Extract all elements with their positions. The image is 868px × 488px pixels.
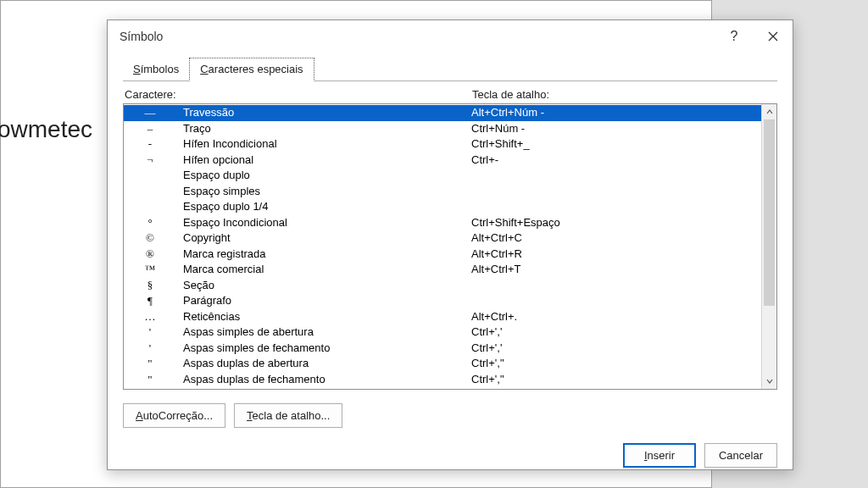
insert-button[interactable]: Inserir xyxy=(623,443,696,468)
char-shortcut: Ctrl+Shift+Espaço xyxy=(471,215,761,231)
char-shortcut: Alt+Ctrl+C xyxy=(471,230,761,247)
char-name: Hífen Incondicional xyxy=(183,136,471,152)
char-name: Marca registrada xyxy=(183,247,471,263)
list-item[interactable]: Espaço duplo xyxy=(124,168,761,184)
char-symbol: ' xyxy=(124,324,183,341)
char-symbol: ™ xyxy=(124,262,183,278)
list-item[interactable]: °Espaço IncondicionalCtrl+Shift+Espaço xyxy=(124,215,761,231)
char-shortcut: Ctrl+Núm - xyxy=(471,121,761,137)
char-symbol: ® xyxy=(124,247,183,263)
list-item[interactable]: —TravessãoAlt+Ctrl+Núm - xyxy=(124,105,761,121)
list-item[interactable]: Espaço duplo 1/4 xyxy=(124,199,761,215)
shortcut-key-button[interactable]: Tecla de atalho... xyxy=(234,403,342,428)
char-symbol: " xyxy=(124,372,183,388)
tabs: SímbolosCaracteres especiais xyxy=(123,58,777,81)
char-name: Aspas duplas de abertura xyxy=(183,356,471,372)
char-name: Espaço Incondicional xyxy=(183,215,471,231)
char-name: Reticências xyxy=(183,309,471,325)
scrollbar[interactable] xyxy=(761,104,776,389)
scroll-track[interactable] xyxy=(762,119,776,374)
char-shortcut: Ctrl+- xyxy=(471,152,761,169)
char-name: Copyright xyxy=(183,230,471,247)
list-item[interactable]: ™Marca comercialAlt+Ctrl+T xyxy=(124,262,761,278)
char-shortcut: Alt+Ctrl+T xyxy=(471,262,761,278)
scroll-down-button[interactable] xyxy=(762,374,776,389)
char-symbol: – xyxy=(124,121,183,137)
char-symbol: ' xyxy=(124,341,183,357)
list-item[interactable]: ©CopyrightAlt+Ctrl+C xyxy=(124,230,761,247)
list-item[interactable]: –TraçoCtrl+Núm - xyxy=(124,121,761,137)
scroll-thumb[interactable] xyxy=(764,119,775,306)
char-shortcut: Ctrl+'," xyxy=(471,372,761,388)
header-caractere: Caractere: xyxy=(125,88,472,101)
list-item[interactable]: 'Aspas simples de fechamentoCtrl+',' xyxy=(124,341,761,357)
list-item[interactable]: …ReticênciasAlt+Ctrl+. xyxy=(124,309,761,325)
char-name: Espaço duplo 1/4 xyxy=(183,199,471,215)
list-item[interactable]: §Seção xyxy=(124,278,761,294)
header-atalho: Tecla de atalho: xyxy=(472,88,777,101)
cancel-button[interactable]: Cancelar xyxy=(704,443,777,468)
char-shortcut: Ctrl+'," xyxy=(471,356,761,372)
char-shortcut: Alt+Ctrl+R xyxy=(471,247,761,263)
char-shortcut: Ctrl+',' xyxy=(471,324,761,341)
dialog-title: Símbolo xyxy=(120,30,163,43)
column-headers: Caractere: Tecla de atalho: xyxy=(123,88,777,101)
help-icon: ? xyxy=(731,29,738,44)
char-symbol: … xyxy=(124,309,183,325)
char-name: Aspas simples de abertura xyxy=(183,324,471,341)
char-name: Espaço duplo xyxy=(183,168,471,184)
list-item[interactable]: "Aspas duplas de fechamentoCtrl+'," xyxy=(124,372,761,388)
tab-caracteres-especiais[interactable]: Caracteres especiais xyxy=(189,58,314,81)
char-name: Seção xyxy=(183,278,471,294)
char-name: Marca comercial xyxy=(183,262,471,278)
char-name: Hífen opcional xyxy=(183,152,471,169)
char-shortcut: Ctrl+',' xyxy=(471,341,761,357)
close-icon xyxy=(768,31,778,42)
char-symbol: ¬ xyxy=(124,152,183,169)
titlebar: Símbolo ? xyxy=(108,20,793,53)
help-button[interactable]: ? xyxy=(715,20,754,53)
list-item[interactable]: ¶Parágrafo xyxy=(124,293,761,309)
char-name: Traço xyxy=(183,121,471,137)
list-item[interactable]: -Hífen IncondicionalCtrl+Shift+_ xyxy=(124,136,761,152)
char-symbol: ° xyxy=(124,215,183,231)
chevron-up-icon xyxy=(766,108,773,115)
close-button[interactable] xyxy=(754,20,793,53)
char-name: Espaço simples xyxy=(183,184,471,200)
list-item[interactable]: ¬Hífen opcionalCtrl+- xyxy=(124,152,761,169)
list-item[interactable]: Espaço simples xyxy=(124,184,761,200)
char-name: Parágrafo xyxy=(183,293,471,309)
document-text: owmetec xyxy=(0,116,92,143)
list-item[interactable]: 'Aspas simples de aberturaCtrl+',' xyxy=(124,324,761,341)
list-item[interactable]: ®Marca registradaAlt+Ctrl+R xyxy=(124,247,761,263)
char-name: Aspas duplas de fechamento xyxy=(183,372,471,388)
char-name: Travessão xyxy=(183,105,471,121)
list-item[interactable]: "Aspas duplas de aberturaCtrl+'," xyxy=(124,356,761,372)
char-symbol: " xyxy=(124,356,183,372)
symbol-dialog: Símbolo ? SímbolosCaracteres especiais C… xyxy=(107,19,793,470)
char-shortcut: Ctrl+Shift+_ xyxy=(471,136,761,152)
special-char-listbox[interactable]: —TravessãoAlt+Ctrl+Núm -–TraçoCtrl+Núm -… xyxy=(123,103,777,390)
char-symbol: © xyxy=(124,230,183,247)
tab-simbolos[interactable]: Símbolos xyxy=(123,58,189,80)
char-name: Aspas simples de fechamento xyxy=(183,341,471,357)
autocorrect-button[interactable]: AutoCorreção... xyxy=(123,403,225,428)
scroll-up-button[interactable] xyxy=(762,104,776,119)
chevron-down-icon xyxy=(766,378,773,385)
char-symbol: § xyxy=(124,278,183,294)
char-symbol: ¶ xyxy=(124,293,183,309)
char-symbol: - xyxy=(124,136,183,152)
char-shortcut: Alt+Ctrl+. xyxy=(471,309,761,325)
char-shortcut: Alt+Ctrl+Núm - xyxy=(471,105,761,121)
char-symbol: — xyxy=(124,105,183,121)
